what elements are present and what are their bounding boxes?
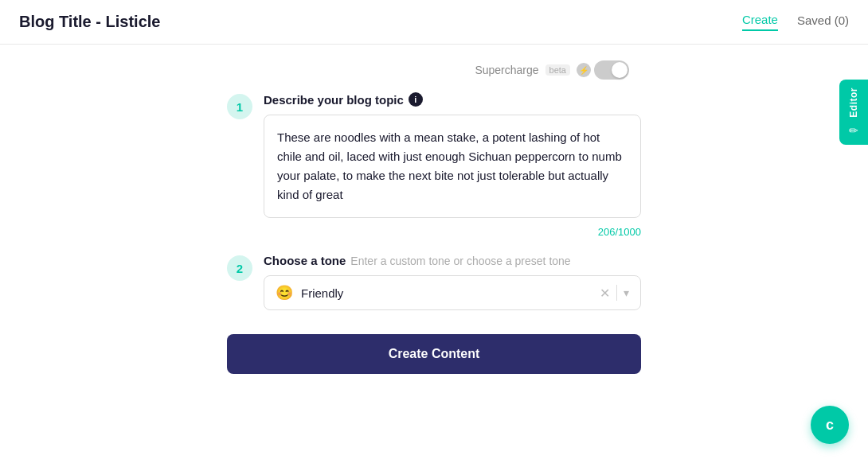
supercharge-toggle-container: ⚡ [577, 60, 629, 80]
step-1: 1 Describe your blog topic i 206/1000 [227, 92, 641, 238]
nav-create[interactable]: Create [742, 13, 778, 31]
page-title: Blog Title - Listicle [19, 13, 160, 31]
tone-emoji: 😊 [276, 284, 293, 302]
step-2-number: 2 [227, 255, 252, 281]
supercharge-label: Supercharge [475, 64, 538, 76]
step-1-title: Describe your blog topic [264, 93, 404, 107]
supercharge-badge: beta [545, 64, 570, 76]
chevron-down-icon[interactable]: ▾ [624, 286, 629, 299]
step-1-number: 1 [227, 94, 252, 119]
form-container: 1 Describe your blog topic i 206/1000 2 … [227, 92, 641, 374]
header: Blog Title - Listicle Create Saved (0) [0, 0, 868, 45]
supercharge-toggle[interactable] [594, 60, 629, 80]
step-1-content: Describe your blog topic i 206/1000 [264, 92, 641, 238]
tone-value: Friendly [301, 286, 600, 300]
step-1-label: Describe your blog topic i [264, 92, 641, 107]
fab-button[interactable]: c [811, 406, 849, 444]
step-2-label: Choose a tone Enter a custom tone or cho… [264, 254, 641, 267]
step-2-subtitle: Enter a custom tone or choose a preset t… [350, 255, 570, 267]
tone-divider [616, 285, 617, 301]
info-icon[interactable]: i [409, 92, 423, 107]
step-2: 2 Choose a tone Enter a custom tone or c… [227, 254, 641, 310]
create-content-button[interactable]: Create Content [227, 334, 641, 374]
char-count: 206/1000 [264, 226, 641, 238]
blog-topic-input[interactable] [264, 115, 641, 218]
tone-clear-icon[interactable]: ✕ [600, 286, 610, 301]
step-2-title: Choose a tone [264, 254, 346, 267]
supercharge-lightning-icon: ⚡ [577, 63, 591, 77]
nav-saved[interactable]: Saved (0) [797, 14, 849, 30]
pencil-icon: ✏ [849, 124, 858, 137]
tone-actions: ✕ ▾ [600, 285, 629, 301]
tone-selector[interactable]: 😊 Friendly ✕ ▾ [264, 275, 641, 310]
editor-label: Editor [848, 88, 859, 118]
editor-sidebar[interactable]: Editor ✏ [839, 80, 868, 145]
main-content: Supercharge beta ⚡ 1 Describe your blog … [0, 45, 868, 390]
header-nav: Create Saved (0) [742, 13, 849, 31]
step-2-content: Choose a tone Enter a custom tone or cho… [264, 254, 641, 310]
supercharge-bar: Supercharge beta ⚡ [475, 60, 629, 80]
